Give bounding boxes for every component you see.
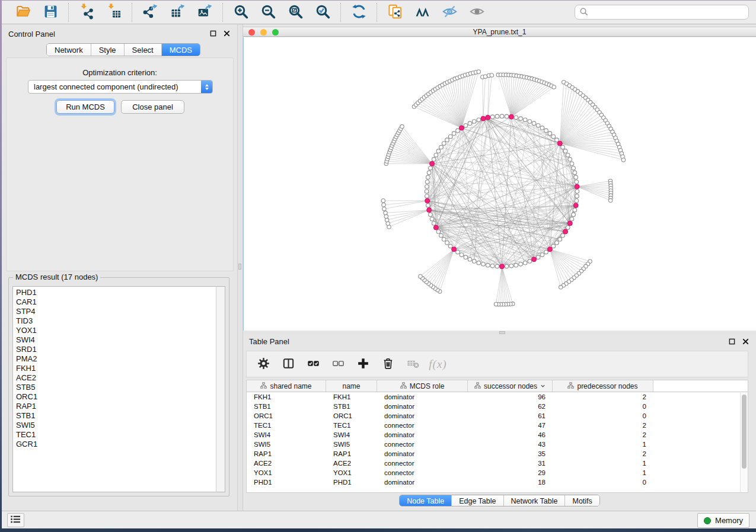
- tab-network-table[interactable]: Network Table: [503, 495, 565, 507]
- mcds-node[interactable]: [425, 198, 430, 203]
- table-row[interactable]: TEC1TEC1connector472: [247, 421, 748, 430]
- close-panel-icon[interactable]: [742, 338, 749, 345]
- import-table-button[interactable]: [103, 2, 125, 23]
- mcds-result-item[interactable]: ORC1: [13, 392, 216, 402]
- mcds-result-item[interactable]: PMA2: [13, 354, 216, 364]
- export-table-button[interactable]: [166, 2, 189, 23]
- mcds-node[interactable]: [459, 126, 464, 130]
- mcds-result-item[interactable]: SRD1: [13, 345, 216, 354]
- table-row[interactable]: SWI5SWI5connector431: [247, 440, 748, 449]
- splitter-grip[interactable]: [499, 331, 505, 334]
- split-view-button[interactable]: [279, 354, 298, 374]
- duplicate-network-button[interactable]: [384, 2, 406, 23]
- search-input[interactable]: [591, 8, 744, 17]
- table-row[interactable]: PHD1PHD1dominator180: [247, 477, 748, 487]
- mcds-result-item[interactable]: YOX1: [13, 326, 216, 335]
- mcds-node[interactable]: [500, 264, 505, 269]
- float-panel-button[interactable]: [728, 338, 736, 345]
- table-row[interactable]: FKH1FKH1dominator962: [247, 392, 748, 402]
- mcds-node[interactable]: [433, 225, 438, 230]
- window-minimize-button[interactable]: [260, 29, 267, 36]
- horizontal-splitter[interactable]: [243, 331, 756, 335]
- mcds-node[interactable]: [486, 115, 490, 120]
- mcds-node[interactable]: [575, 184, 579, 189]
- save-session-button[interactable]: [39, 2, 62, 23]
- mcds-result-item[interactable]: STB5: [13, 383, 216, 392]
- tab-network[interactable]: Network: [47, 44, 91, 56]
- column-header-predecessor-nodes[interactable]: predecessor nodes: [553, 380, 653, 392]
- panel-menu-button[interactable]: [7, 513, 24, 527]
- vertical-splitter[interactable]: [237, 24, 243, 511]
- tab-mcds[interactable]: MCDS: [161, 44, 200, 56]
- tab-select[interactable]: Select: [124, 44, 161, 56]
- mcds-node[interactable]: [430, 161, 435, 166]
- column-header-successor-nodes[interactable]: successor nodes: [468, 380, 553, 392]
- mcds-node[interactable]: [452, 247, 457, 252]
- table-row[interactable]: RAP1RAP1dominator352: [247, 449, 748, 459]
- tab-edge-table[interactable]: Edge Table: [451, 495, 503, 507]
- mcds-result-item[interactable]: FKH1: [13, 364, 216, 373]
- table-row[interactable]: STB1STB1dominator620: [247, 402, 748, 411]
- scrollbar-thumb[interactable]: [742, 395, 747, 469]
- window-zoom-button[interactable]: [272, 29, 279, 36]
- mcds-node[interactable]: [557, 141, 562, 146]
- mcds-node[interactable]: [563, 229, 568, 234]
- mcds-result-item[interactable]: SWI4: [13, 335, 216, 345]
- splitter-grip[interactable]: [238, 264, 241, 270]
- mcds-node[interactable]: [427, 208, 432, 213]
- mcds-node[interactable]: [567, 221, 572, 226]
- zoom-selected-button[interactable]: [311, 2, 334, 23]
- column-header-name[interactable]: name: [326, 380, 377, 392]
- float-panel-button[interactable]: [209, 30, 217, 37]
- hide-selected-button[interactable]: [438, 2, 461, 23]
- mcds-node[interactable]: [532, 257, 537, 262]
- tab-style[interactable]: Style: [91, 44, 124, 56]
- table-row[interactable]: ACE2ACE2connector311: [247, 459, 748, 468]
- network-svg[interactable]: [244, 37, 756, 331]
- mcds-result-item[interactable]: STP4: [13, 307, 216, 316]
- import-network-button[interactable]: [75, 2, 98, 23]
- table-row[interactable]: YOX1YOX1connector291: [247, 468, 748, 477]
- mcds-node[interactable]: [509, 114, 513, 119]
- result-list-scrollbar[interactable]: [216, 287, 225, 492]
- mcds-result-item[interactable]: TEC1: [13, 430, 216, 440]
- network-canvas[interactable]: [243, 37, 756, 331]
- gear-button[interactable]: [254, 354, 273, 374]
- mcds-result-item[interactable]: STB1: [13, 411, 216, 421]
- mcds-node[interactable]: [481, 116, 486, 121]
- optimization-select[interactable]: largest connected component (undirected): [28, 80, 213, 94]
- close-panel-button[interactable]: Close panel: [121, 100, 184, 114]
- network-window-titlebar[interactable]: YPA_prune.txt_1: [243, 27, 756, 37]
- run-mcds-button[interactable]: Run MCDS: [56, 100, 114, 114]
- table-row[interactable]: ORC1ORC1dominator610: [247, 411, 748, 421]
- search-box[interactable]: [575, 5, 749, 20]
- delete-row-button[interactable]: [378, 354, 398, 374]
- zoom-fit-button[interactable]: [284, 2, 307, 23]
- mcds-result-item[interactable]: RAP1: [13, 402, 216, 411]
- export-network-button[interactable]: [139, 2, 161, 23]
- select-all-button[interactable]: [304, 354, 323, 374]
- tab-motifs[interactable]: Motifs: [564, 495, 599, 507]
- zoom-out-button[interactable]: [257, 2, 279, 23]
- mcds-result-item[interactable]: CAR1: [13, 297, 216, 307]
- mcds-result-item[interactable]: GCR1: [13, 440, 216, 449]
- window-close-button[interactable]: [248, 29, 255, 36]
- table-scrollbar[interactable]: [740, 393, 748, 492]
- mcds-result-item[interactable]: TID3: [13, 316, 216, 326]
- mcds-result-item[interactable]: ACE2: [13, 373, 216, 383]
- mcds-result-item[interactable]: SWI5: [13, 421, 216, 430]
- open-session-button[interactable]: [12, 2, 34, 23]
- tab-node-table[interactable]: Node Table: [400, 495, 451, 507]
- zoom-in-button[interactable]: [229, 2, 252, 23]
- table-row[interactable]: SWI4SWI4dominator462: [247, 430, 748, 440]
- export-image-button[interactable]: [193, 2, 216, 23]
- mcds-node[interactable]: [573, 203, 578, 208]
- first-neighbors-button[interactable]: [411, 2, 433, 23]
- memory-button[interactable]: Memory: [697, 513, 749, 528]
- refresh-view-button[interactable]: [347, 2, 370, 23]
- close-panel-icon[interactable]: [223, 30, 231, 37]
- mcds-node[interactable]: [547, 247, 552, 252]
- deselect-all-button[interactable]: [328, 354, 348, 374]
- column-header-MCDS-role[interactable]: MCDS role: [377, 380, 468, 392]
- mcds-result-item[interactable]: PHD1: [13, 288, 216, 297]
